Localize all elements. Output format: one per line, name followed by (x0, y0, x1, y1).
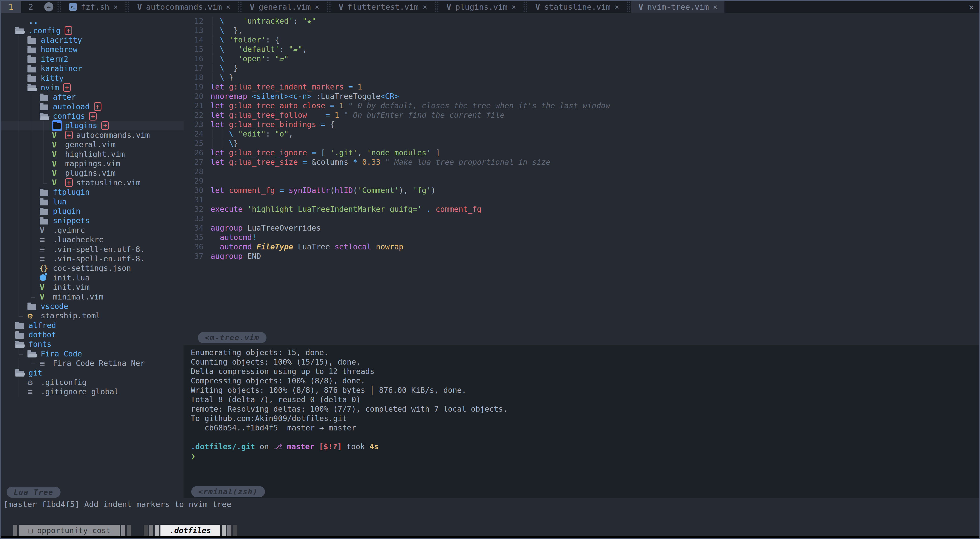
terminal-line: cb68b54..f1bd4f5 master → master (191, 423, 979, 432)
tree-guide (27, 207, 40, 216)
tree-row-starship.toml[interactable]: ⚙starship.toml (1, 311, 184, 320)
code-token (210, 233, 220, 242)
tab-close-icon[interactable]: × (713, 3, 718, 11)
tree-row-kitty[interactable]: kitty (1, 73, 184, 83)
tree-row-Fira Code[interactable]: Fira Code (1, 349, 184, 358)
tab-close-icon[interactable]: × (226, 3, 231, 11)
tree-row-iterm2[interactable]: iterm2 (1, 54, 184, 64)
close-icon[interactable]: ✕ (964, 1, 979, 13)
tmux-window-dotfiles[interactable]: .dotfiles (161, 525, 220, 536)
tab-close-icon[interactable]: × (615, 3, 619, 11)
tree-row-configs[interactable]: configs+ (1, 111, 184, 121)
tree-row-init.lua[interactable]: init.lua (1, 273, 184, 283)
code-token: │ │ (210, 129, 229, 138)
tree-row-highlight.vim[interactable]: Vhighlight.vim (1, 149, 184, 159)
tree-row-minimal.vim[interactable]: Vminimal.vim (1, 292, 184, 301)
tree-label: highlight.vim (65, 150, 125, 159)
tree-row-.vim-spell-en.utf-8.[interactable]: ≡.vim-spell-en.utf-8. (1, 254, 184, 263)
tree-icon-cell: V (40, 225, 53, 235)
tree-row-after[interactable]: after (1, 92, 184, 102)
tree-row-.gitconfig[interactable]: ⚙.gitconfig (1, 378, 184, 387)
tree-row-Fira Code Retina Ner[interactable]: ≡Fira Code Retina Ner (1, 358, 184, 368)
code-line: 20nnoremap <silent><c-n> :LuaTreeToggle<… (184, 92, 979, 101)
tree-row-general.vim[interactable]: Vgeneral.vim (1, 140, 184, 149)
code-token (284, 186, 289, 195)
code-token (339, 110, 344, 120)
tree-row-autocommands.vim[interactable]: V+autocommands.vim (1, 130, 184, 140)
text-file-icon: ≡ (27, 387, 33, 397)
tab-separator (626, 1, 632, 13)
tree-label: nvim (41, 83, 59, 92)
folder-icon (53, 123, 61, 129)
tree-icon-cell (40, 93, 53, 101)
code-token: : (293, 16, 302, 26)
tree-row-lua[interactable]: lua (1, 197, 184, 206)
tab-close-icon[interactable]: × (423, 3, 427, 11)
tree-row-alacritty[interactable]: alacritty (1, 35, 184, 45)
tree-row-ftplugin[interactable]: ftplugin (1, 188, 184, 197)
editor-pane[interactable]: 12│ \ 'untracked': "★"13│ \ },14│ \ 'fol… (184, 13, 979, 345)
tab-nvim-tree.vim[interactable]: Vnvim-tree.vim× (632, 1, 725, 13)
tree-row-alfred[interactable]: alfred (1, 321, 184, 330)
tree-row-.config[interactable]: .config+ (1, 26, 184, 35)
tree-row-nvim[interactable]: nvim+ (1, 83, 184, 92)
tree-row-git[interactable]: git (1, 368, 184, 377)
tree-row-.vim-spell-en.utf-8.[interactable]: ≡.vim-spell-en.utf-8. (1, 244, 184, 254)
editor-statusline: <m-tree.vim (198, 332, 266, 343)
tab-fzf.sh[interactable]: >_fzf.sh× (62, 1, 125, 13)
tab-close-icon[interactable]: × (315, 3, 319, 11)
tree-row-.gvimrc[interactable]: V.gvimrc (1, 226, 184, 235)
tab-close-icon[interactable]: × (113, 3, 118, 11)
code-token: FileType (256, 242, 293, 251)
vim-icon: V (339, 2, 344, 11)
tree-row-coc-settings.json[interactable]: {}coc-settings.json (1, 263, 184, 273)
tree-label: init.vim (53, 283, 90, 292)
tree-row-vscode[interactable]: vscode (1, 302, 184, 311)
back-arrow-icon[interactable]: ← (44, 2, 53, 11)
tab-fluttertest.vim[interactable]: Vfluttertest.vim× (332, 1, 434, 13)
code-token: \ (229, 138, 234, 148)
code-token: ), (399, 186, 413, 195)
tree-row-statusline.vim[interactable]: V+statusline.vim (1, 178, 184, 188)
tree-row-karabiner[interactable]: karabiner (1, 64, 184, 73)
tree-row-snippets[interactable]: snippets (1, 216, 184, 225)
tree-row-plugin[interactable]: plugin (1, 207, 184, 216)
tree-row-homebrew[interactable]: homebrew (1, 45, 184, 54)
tree-row-fonts[interactable]: fonts (1, 339, 184, 349)
terminal-pane[interactable]: Enumerating objects: 15, done.Counting o… (184, 345, 979, 498)
tree-icon-cell: V (40, 283, 53, 292)
code-token: , (358, 148, 367, 157)
code-token: │ (210, 16, 220, 26)
code-line: 17│ \ } (184, 63, 979, 73)
code-token: = (302, 157, 307, 167)
line-number: 19 (184, 82, 210, 92)
code-token: } (224, 73, 234, 82)
tmux-window-opportunity-cost[interactable]: □ opportunity_cost (19, 525, 120, 536)
tab-page-1[interactable]: 1 (1, 1, 21, 13)
tree-row-plugins[interactable]: plugins+ (1, 121, 184, 130)
code-token (243, 204, 247, 214)
tree-row-..[interactable]: .. (1, 16, 184, 26)
code-token: │ (210, 54, 220, 63)
tree-guide (27, 197, 40, 206)
code-token: let (210, 157, 224, 167)
tree-row-.luacheckrc[interactable]: ≡.luacheckrc (1, 235, 184, 244)
tree-row-autoload[interactable]: autoload+ (1, 102, 184, 111)
tree-row-init.vim[interactable]: Vinit.vim (1, 283, 184, 292)
tab-plugins.vim[interactable]: Vplugins.vim× (439, 1, 523, 13)
tree-row-plugins.vim[interactable]: Vplugins.vim (1, 168, 184, 178)
tree-row-.gitignore_global[interactable]: ≡.gitignore_global (1, 387, 184, 396)
tree-guide (15, 35, 27, 45)
code-token (380, 157, 385, 167)
code-token: ] (431, 148, 440, 157)
tab-statusline.vim[interactable]: Vstatusline.vim× (528, 1, 626, 13)
tree-row-dotbot[interactable]: dotbot (1, 330, 184, 339)
line-number: 29 (184, 176, 210, 186)
tab-general.vim[interactable]: Vgeneral.vim× (243, 1, 326, 13)
tab-page-2[interactable]: 2 (21, 1, 41, 13)
tab-autocommands.vim[interactable]: Vautocommands.vim× (130, 1, 237, 13)
tree-label: autoload (53, 102, 90, 111)
tree-row-mappings.vim[interactable]: Vmappings.vim (1, 159, 184, 168)
tab-close-icon[interactable]: × (512, 3, 516, 11)
tree-guide (27, 283, 40, 292)
